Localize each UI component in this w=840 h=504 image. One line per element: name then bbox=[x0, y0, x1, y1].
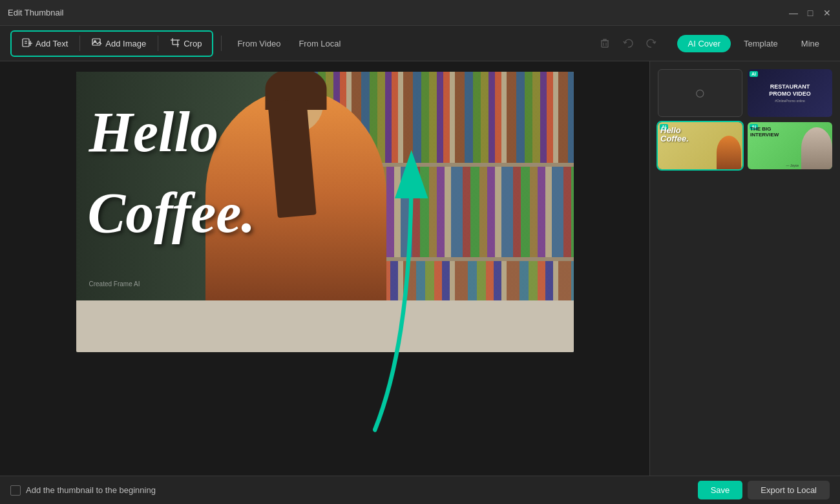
svg-rect-11 bbox=[602, 41, 608, 47]
from-video-label: From Video bbox=[237, 39, 280, 48]
divider-2 bbox=[158, 36, 158, 51]
maximize-button[interactable]: □ bbox=[805, 8, 815, 18]
tmpl-restaurant-sub: #OnlinePromo online bbox=[775, 99, 805, 103]
redo-button[interactable] bbox=[641, 33, 662, 54]
tmpl-restaurant-title: RESTAURANTPROMO VIDEO bbox=[769, 83, 811, 98]
undo-button[interactable] bbox=[618, 33, 638, 54]
crop-label: Crop bbox=[184, 39, 202, 48]
divider-1 bbox=[79, 36, 80, 51]
add-text-button[interactable]: Add Text bbox=[16, 34, 74, 53]
tab-template[interactable]: Template bbox=[733, 35, 788, 52]
canvas-below bbox=[76, 352, 574, 404]
from-local-label: From Local bbox=[299, 39, 341, 48]
delete-button[interactable] bbox=[594, 33, 615, 54]
template-grid: ○ AI RESTAURANTPROMO VIDEO #OnlinePromo … bbox=[658, 69, 832, 169]
from-video-button[interactable]: From Video bbox=[229, 36, 288, 52]
canvas-text-hello: Hello bbox=[89, 104, 218, 161]
tab-ai-cover[interactable]: AI Cover bbox=[677, 35, 731, 52]
tab-template-label: Template bbox=[744, 39, 778, 48]
template-cell-hello-coffee[interactable]: AI HelloCoffee. bbox=[658, 122, 742, 170]
template-cell-restaurant[interactable]: AI RESTAURANTPROMO VIDEO #OnlinePromo on… bbox=[748, 69, 832, 117]
window-controls: — □ ✕ bbox=[788, 8, 832, 18]
primary-tools-group: Add Text Add Image bbox=[10, 30, 213, 57]
template-cell-interview[interactable]: AI THE BIGINTERVIEW — Joyce bbox=[748, 122, 832, 170]
tab-mine-label: Mine bbox=[801, 39, 819, 48]
window-title: Edit Thumbnail bbox=[8, 8, 63, 17]
close-button[interactable]: ✕ bbox=[822, 8, 832, 18]
toolbar: Add Text Add Image bbox=[0, 26, 840, 61]
canvas-wrapper[interactable]: Hello Coffee. Created Frame AI bbox=[76, 72, 574, 352]
svg-rect-0 bbox=[23, 39, 29, 47]
from-local-button[interactable]: From Local bbox=[291, 36, 348, 52]
tab-ai-cover-label: AI Cover bbox=[688, 39, 720, 48]
crop-icon bbox=[170, 37, 180, 50]
tmpl-interview-title: THE BIGINTERVIEW bbox=[750, 126, 779, 138]
add-text-icon bbox=[22, 37, 32, 50]
add-image-button[interactable]: Add Image bbox=[85, 34, 152, 53]
crop-button[interactable]: Crop bbox=[163, 34, 208, 53]
canvas-credit: Created Frame AI bbox=[89, 280, 140, 288]
add-image-label: Add Image bbox=[105, 39, 146, 48]
right-panel: ○ AI RESTAURANTPROMO VIDEO #OnlinePromo … bbox=[649, 61, 840, 476]
tmpl-hello-coffee-text: HelloCoffee. bbox=[660, 126, 689, 143]
title-bar: Edit Thumbnail — □ ✕ bbox=[0, 0, 840, 26]
add-text-label: Add Text bbox=[36, 39, 68, 48]
template-cell-empty[interactable]: ○ bbox=[658, 69, 742, 117]
right-panel-tabs: AI Cover Template Mine bbox=[677, 35, 830, 52]
thumbnail-checkbox-label[interactable]: Add the thumbnail to the beginning bbox=[10, 485, 156, 496]
no-template-icon: ○ bbox=[695, 83, 706, 103]
add-image-icon bbox=[92, 37, 102, 50]
tab-mine[interactable]: Mine bbox=[791, 35, 830, 52]
thumbnail-checkbox[interactable] bbox=[10, 485, 21, 496]
minimize-button[interactable]: — bbox=[788, 8, 799, 18]
export-button[interactable]: Export to Local bbox=[748, 481, 830, 499]
canvas-area: Hello Coffee. Created Frame AI bbox=[0, 61, 649, 476]
divider-3 bbox=[221, 36, 222, 51]
canvas-text-coffee: Coffee. bbox=[88, 185, 256, 242]
ai-badge-restaurant: AI bbox=[750, 71, 758, 77]
save-button[interactable]: Save bbox=[698, 481, 743, 499]
tmpl-interview-person bbox=[801, 127, 832, 169]
tmpl-hello-coffee-person bbox=[717, 136, 741, 169]
tmpl-interview-author: — Joyce bbox=[786, 163, 799, 167]
bottom-actions: Save Export to Local bbox=[698, 481, 830, 499]
main-content: Hello Coffee. Created Frame AI ○ bbox=[0, 61, 840, 476]
thumbnail-checkbox-text: Add the thumbnail to the beginning bbox=[26, 485, 156, 495]
canvas-background: Hello Coffee. Created Frame AI bbox=[76, 72, 574, 352]
canvas-table bbox=[76, 300, 574, 352]
bottom-bar: Add the thumbnail to the beginning Save … bbox=[0, 476, 840, 504]
